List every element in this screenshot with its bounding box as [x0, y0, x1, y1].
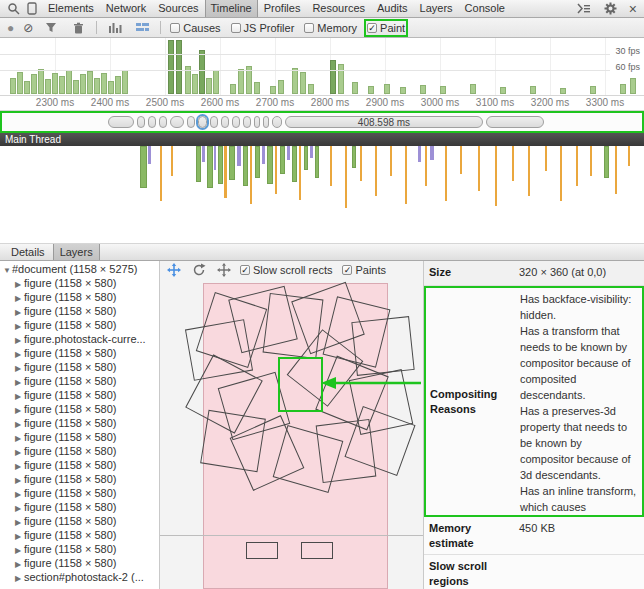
inspect-element-icon[interactable] — [4, 1, 22, 17]
checkbox-js-profiler[interactable]: JS Profiler — [231, 22, 295, 34]
frame-pill[interactable] — [148, 116, 156, 128]
chevron-right-icon[interactable]: ▶ — [15, 292, 24, 304]
chevron-right-icon[interactable]: ▶ — [15, 502, 24, 514]
tab-layers[interactable]: Layers — [53, 244, 100, 260]
close-icon[interactable]: × — [629, 3, 637, 15]
chevron-right-icon[interactable]: ▶ — [15, 362, 24, 374]
frame-pill-selected[interactable] — [198, 116, 207, 128]
layer-tree-item[interactable]: ▶figure (1158 × 580) — [0, 430, 159, 444]
tab-network[interactable]: Network — [100, 0, 152, 17]
chevron-right-icon[interactable]: ▶ — [15, 460, 24, 472]
checkbox-memory[interactable]: Memory — [304, 22, 357, 34]
layer-tree-item[interactable]: ▶figure (1158 × 580) — [0, 402, 159, 416]
selected-layer-rect[interactable] — [278, 357, 323, 412]
chevron-right-icon[interactable]: ▶ — [15, 418, 24, 430]
bar-chart-icon[interactable] — [106, 20, 124, 36]
chevron-right-icon[interactable]: ▶ — [15, 446, 24, 458]
checkbox-box[interactable] — [170, 23, 180, 33]
tab-layers[interactable]: Layers — [414, 0, 459, 17]
layer-tree-item[interactable]: ▶figure.photostack-curre... — [0, 332, 159, 346]
chevron-right-icon[interactable]: ▶ — [15, 376, 24, 388]
layer-tree-item[interactable]: ▶figure (1158 × 580) — [0, 374, 159, 388]
page-layer-rect[interactable] — [203, 283, 388, 589]
frame-pill[interactable] — [221, 116, 229, 128]
layer-tree-item[interactable]: ▶figure (1158 × 580) — [0, 472, 159, 486]
layer-tree-item[interactable]: ▶figure (1158 × 580) — [0, 290, 159, 304]
frame-pill[interactable]: 408.598 ms — [285, 116, 483, 128]
layer-rect[interactable] — [301, 542, 333, 559]
settings-gear-icon[interactable] — [602, 1, 620, 17]
move-mode-icon[interactable] — [215, 262, 233, 278]
chevron-right-icon[interactable]: ▶ — [15, 530, 24, 542]
tab-console[interactable]: Console — [459, 0, 511, 17]
frames-strip[interactable]: 408.598 ms — [0, 111, 644, 133]
layer-tree-item[interactable]: ▶section#photostack-2 (... — [0, 570, 159, 584]
timeline-overview[interactable]: 30 fps60 fps — [0, 38, 644, 96]
chevron-right-icon[interactable]: ▶ — [15, 488, 24, 500]
chevron-right-icon[interactable]: ▶ — [15, 572, 24, 584]
frame-pill[interactable] — [159, 116, 167, 128]
tab-sources[interactable]: Sources — [152, 0, 204, 17]
checkbox-box[interactable]: ✓ — [342, 265, 352, 275]
record-button[interactable]: ● — [7, 22, 14, 34]
chevron-right-icon[interactable]: ▶ — [15, 390, 24, 402]
chevron-right-icon[interactable]: ▶ — [15, 516, 24, 528]
layer-tree-item[interactable]: ▶figure (1158 × 580) — [0, 458, 159, 472]
layer-tree-item[interactable]: ▶figure (1158 × 580) — [0, 444, 159, 458]
layer-rect[interactable] — [246, 542, 278, 559]
trash-icon[interactable] — [69, 20, 87, 36]
tab-profiles[interactable]: Profiles — [258, 0, 307, 17]
checkbox-paint[interactable]: ✓Paint — [367, 22, 405, 34]
tab-timeline[interactable]: Timeline — [205, 0, 258, 17]
chevron-right-icon[interactable]: ▶ — [15, 334, 24, 346]
filter-icon[interactable] — [42, 20, 60, 36]
frame-pill[interactable] — [108, 116, 134, 128]
checkbox-causes[interactable]: Causes — [170, 22, 220, 34]
layer-tree-item[interactable]: ▼#document (1158 × 5275) — [0, 262, 159, 276]
frame-pill[interactable] — [210, 116, 218, 128]
drawer-toggle-icon[interactable] — [575, 1, 593, 17]
clear-button[interactable]: ⊘ — [23, 22, 33, 34]
tab-audits[interactable]: Audits — [371, 0, 414, 17]
layer-tree-item[interactable]: ▶figure (1158 × 580) — [0, 542, 159, 556]
chevron-right-icon[interactable]: ▶ — [15, 320, 24, 332]
frame-pill[interactable] — [170, 116, 184, 128]
chevron-right-icon[interactable]: ▶ — [15, 348, 24, 360]
chevron-down-icon[interactable]: ▼ — [3, 264, 12, 276]
chevron-right-icon[interactable]: ▶ — [15, 558, 24, 570]
checkbox-box[interactable]: ✓ — [240, 265, 250, 275]
checkbox-paints[interactable]: ✓Paints — [342, 264, 386, 276]
layer-tree-item[interactable]: ▶figure (1158 × 580) — [0, 500, 159, 514]
chevron-right-icon[interactable]: ▶ — [15, 474, 24, 486]
tab-details[interactable]: Details — [4, 244, 52, 260]
layer-tree-item[interactable]: ▶figure (1158 × 580) — [0, 416, 159, 430]
frame-pill[interactable] — [137, 116, 145, 128]
chevron-right-icon[interactable]: ▶ — [15, 404, 24, 416]
checkbox-slow-scroll-rects[interactable]: ✓Slow scroll rects — [240, 264, 332, 276]
checkbox-box[interactable] — [304, 23, 314, 33]
pan-mode-icon[interactable] — [165, 262, 183, 278]
chevron-right-icon[interactable]: ▶ — [15, 306, 24, 318]
layer-tree-item[interactable]: ▶figure (1158 × 580) — [0, 360, 159, 374]
layer-tree-item[interactable]: ▶figure (1158 × 580) — [0, 346, 159, 360]
frame-pill[interactable] — [232, 116, 240, 128]
frames-view-icon[interactable] — [133, 20, 151, 36]
layer-canvas[interactable] — [160, 279, 423, 589]
layer-tree-item[interactable]: ▶figure (1158 × 580) — [0, 528, 159, 542]
layer-tree-item[interactable]: ▶figure (1158 × 580) — [0, 486, 159, 500]
rotate-mode-icon[interactable] — [190, 262, 208, 278]
checkbox-box[interactable] — [231, 23, 241, 33]
chevron-right-icon[interactable]: ▶ — [15, 544, 24, 556]
layer-tree-item[interactable]: ▶figure (1158 × 580) — [0, 318, 159, 332]
checkbox-box[interactable]: ✓ — [367, 23, 377, 33]
chevron-right-icon[interactable]: ▶ — [15, 278, 24, 290]
chevron-right-icon[interactable]: ▶ — [15, 432, 24, 444]
layer-tree-item[interactable]: ▶figure (1158 × 580) — [0, 556, 159, 570]
main-thread-header[interactable]: Main Thread — [0, 133, 644, 146]
device-mode-icon[interactable] — [23, 1, 41, 17]
frame-pill[interactable] — [263, 116, 269, 128]
frame-pill[interactable] — [272, 116, 282, 128]
frame-pill[interactable] — [486, 116, 544, 128]
layer-tree-item[interactable]: ▶figure (1158 × 580) — [0, 276, 159, 290]
layer-tree[interactable]: ▼#document (1158 × 5275)▶figure (1158 × … — [0, 261, 160, 589]
